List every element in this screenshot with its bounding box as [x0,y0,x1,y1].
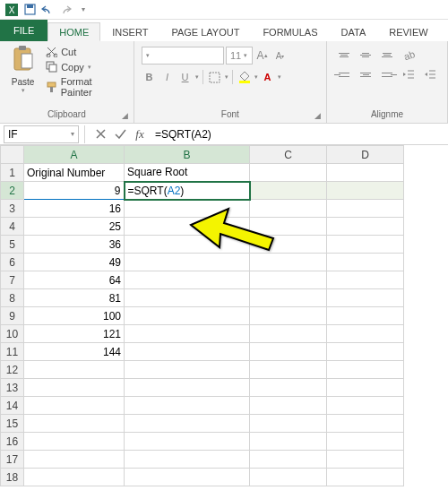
cell-B11[interactable] [125,343,250,361]
select-all-corner[interactable] [1,146,24,164]
align-right-icon[interactable] [377,66,397,82]
row-header-14[interactable]: 14 [1,397,24,415]
cell-B13[interactable] [125,379,250,397]
cell-C3[interactable] [250,200,327,218]
cell-C16[interactable] [250,433,327,451]
cell-A15[interactable] [24,415,125,433]
cell-D18[interactable] [327,469,404,486]
row-header-17[interactable]: 17 [1,451,24,469]
cell-C13[interactable] [250,379,327,397]
cell-D9[interactable] [327,307,404,325]
cell-D11[interactable] [327,343,404,361]
cell-C12[interactable] [250,361,327,379]
cell-A10[interactable]: 121 [24,325,125,343]
cell-C9[interactable] [250,307,327,325]
cell-A1[interactable]: Original Number [24,164,125,182]
underline-button[interactable]: U [177,68,194,86]
tab-file[interactable]: FILE [0,20,47,41]
italic-button[interactable]: I [159,68,176,86]
align-middle-icon[interactable] [356,47,375,63]
font-size-select[interactable]: 11▾ [226,47,253,65]
cell-C10[interactable] [250,325,327,343]
col-header-D[interactable]: D [327,146,404,164]
cell-D13[interactable] [327,379,404,397]
cell-B4[interactable] [125,218,250,236]
cell-B8[interactable] [125,289,250,307]
col-header-B[interactable]: B [125,146,250,164]
cell-C6[interactable] [250,254,327,271]
cell-D12[interactable] [327,361,404,379]
cell-A17[interactable] [24,451,125,469]
cell-A5[interactable]: 36 [24,236,125,254]
cell-A9[interactable]: 100 [24,307,125,325]
cell-A11[interactable]: 144 [24,343,125,361]
row-header-8[interactable]: 8 [1,289,24,307]
tab-formulas[interactable]: FORMULAS [251,22,329,41]
tab-review[interactable]: REVIEW [377,22,439,41]
cut-button[interactable]: Cut [44,45,125,58]
format-painter-button[interactable]: Format Painter [44,75,125,99]
row-header-4[interactable]: 4 [1,218,24,236]
font-color-icon[interactable]: A [260,68,276,86]
cell-B14[interactable] [125,397,250,415]
name-box[interactable]: IF▾ [4,125,79,143]
row-header-6[interactable]: 6 [1,254,24,271]
redo-icon[interactable] [59,4,72,16]
row-header-12[interactable]: 12 [1,361,24,379]
align-center-icon[interactable] [356,66,375,82]
align-top-icon[interactable] [334,47,354,63]
cell-A8[interactable]: 81 [24,289,125,307]
save-icon[interactable] [23,4,36,16]
cell-B2[interactable]: =SQRT(A2) [125,182,250,200]
cell-A14[interactable] [24,397,125,415]
increase-font-icon[interactable]: A▴ [254,47,271,65]
cell-B6[interactable] [125,254,250,271]
row-header-15[interactable]: 15 [1,415,24,433]
cell-D17[interactable] [327,451,404,469]
row-header-9[interactable]: 9 [1,307,24,325]
cell-B1[interactable]: Square Root [125,164,250,182]
cell-C7[interactable] [250,271,327,289]
cell-C4[interactable] [250,218,327,236]
fill-color-icon[interactable] [237,68,253,86]
enter-formula-icon[interactable] [110,125,130,143]
cell-C2[interactable] [250,182,327,200]
cell-B10[interactable] [125,325,250,343]
row-header-5[interactable]: 5 [1,236,24,254]
cell-A3[interactable]: 16 [24,200,125,218]
qat-dropdown-icon[interactable]: ▾ [77,4,90,16]
cell-B9[interactable] [125,307,250,325]
cell-C18[interactable] [250,469,327,486]
row-header-2[interactable]: 2 [1,182,24,200]
cell-C17[interactable] [250,451,327,469]
copy-button[interactable]: Copy▾ [44,60,125,73]
cell-A7[interactable]: 64 [24,271,125,289]
col-header-A[interactable]: A [24,146,125,164]
cell-D10[interactable] [327,325,404,343]
cell-B7[interactable] [125,271,250,289]
row-header-10[interactable]: 10 [1,325,24,343]
undo-icon[interactable] [41,4,54,16]
cell-D1[interactable] [327,164,404,182]
cell-D6[interactable] [327,254,404,271]
cell-A16[interactable] [24,433,125,451]
cell-B15[interactable] [125,415,250,433]
cell-B5[interactable] [125,236,250,254]
cell-D2[interactable] [327,182,404,200]
row-header-18[interactable]: 18 [1,469,24,486]
cell-D5[interactable] [327,236,404,254]
bold-button[interactable]: B [142,68,158,86]
cell-C5[interactable] [250,236,327,254]
tab-page-layout[interactable]: PAGE LAYOUT [159,22,251,41]
cell-D4[interactable] [327,218,404,236]
tab-insert[interactable]: INSERT [100,22,159,41]
cell-D15[interactable] [327,415,404,433]
align-left-icon[interactable] [334,66,354,82]
cell-B12[interactable] [125,361,250,379]
increase-indent-icon[interactable] [420,66,440,82]
cell-D8[interactable] [327,289,404,307]
cell-D16[interactable] [327,433,404,451]
cell-C1[interactable] [250,164,327,182]
cell-B18[interactable] [125,469,250,486]
cell-D7[interactable] [327,271,404,289]
